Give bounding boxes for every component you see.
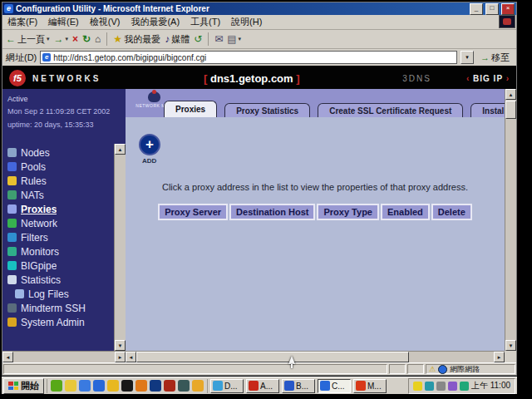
drive-icon[interactable] — [79, 380, 91, 392]
scroll-left-icon[interactable]: ◄ — [126, 352, 136, 362]
address-dropdown-button[interactable]: ▾ — [461, 51, 474, 64]
favorites-button[interactable]: ★ 我的最愛 — [113, 33, 160, 46]
sidebar-item-label: Filters — [21, 232, 48, 244]
bigip-chevron-right-icon: › — [506, 74, 510, 83]
history-button[interactable]: ↺ — [194, 34, 202, 44]
sphere-icon[interactable] — [150, 380, 161, 392]
mail-icon[interactable] — [107, 380, 119, 392]
console-icon[interactable] — [121, 380, 133, 392]
task-button-label: A... — [260, 382, 273, 391]
scroll-right-icon[interactable]: ► — [494, 352, 505, 362]
main-horizontal-scrollbar[interactable]: ◄ ► — [126, 351, 505, 362]
player-icon[interactable] — [164, 380, 175, 392]
task-button-2[interactable]: A... — [246, 379, 279, 393]
mail-icon: ✉ — [214, 34, 223, 44]
menu-file[interactable]: 檔案(F) — [7, 16, 37, 28]
network-flag-icon[interactable] — [425, 382, 434, 391]
f5-header-bar: f5 NETWORKS [ dns1.getop.com ] 3DNS ‹ BI… — [2, 66, 516, 91]
sidebar-item-log-files[interactable]: Log Files — [7, 287, 112, 301]
sidebar-item-statistics[interactable]: Statistics — [7, 273, 112, 287]
task-button-5[interactable]: M... — [353, 379, 387, 393]
content-area: Active Mon Sep 2 11:09:28 CET 2002 uptim… — [2, 89, 516, 362]
tab-create-ssl-certificate-request[interactable]: Create SSL Certificate Request — [318, 103, 463, 117]
sidebar-item-system-admin[interactable]: System Admin — [7, 315, 112, 329]
tab-install-ssl-certificate[interactable]: Install SSL Certif — [470, 103, 505, 117]
menu-favorites[interactable]: 我的最愛(A) — [131, 16, 180, 28]
sidebar-item-mindterm-ssh[interactable]: Mindterm SSH — [7, 301, 112, 315]
add-button[interactable]: + — [139, 134, 160, 155]
scroll-down-icon[interactable]: ▼ — [115, 340, 126, 351]
column-header-enabled[interactable]: Enabled — [381, 204, 430, 220]
scroll-left-icon[interactable]: ◄ — [2, 352, 13, 362]
sidebar-item-label: Monitors — [21, 246, 59, 258]
menu-view[interactable]: 檢視(V) — [90, 16, 121, 28]
link-bigip[interactable]: ‹ BIG IP › — [466, 74, 510, 83]
task-button-1[interactable]: D... — [210, 379, 244, 393]
ie-icon[interactable] — [93, 380, 105, 392]
start-button[interactable]: 開始 — [3, 378, 44, 394]
back-button[interactable]: ← 上一頁 ▾ — [6, 33, 50, 46]
home-button[interactable]: ⌂ — [95, 34, 101, 44]
address-input[interactable]: e http://dns1.getop.com/bigipgui/bigconf… — [40, 51, 457, 64]
internet-zone-icon — [438, 365, 447, 374]
hostname-text: dns1.getop.com — [210, 72, 293, 85]
sidebar-item-nats[interactable]: NATs — [7, 188, 112, 202]
sidebar-item-network[interactable]: Network — [7, 216, 112, 230]
refresh-button[interactable]: ↻ — [82, 34, 91, 44]
power-icon[interactable] — [413, 382, 422, 391]
menu-tools[interactable]: 工具(T) — [190, 16, 220, 28]
column-header-proxy-server[interactable]: Proxy Server — [158, 204, 228, 220]
start-label: 開始 — [21, 380, 39, 392]
column-header-delete[interactable]: Delete — [431, 204, 472, 220]
task-button-label: B... — [296, 382, 308, 391]
scrollbar-thumb[interactable] — [136, 352, 409, 362]
minimize-button[interactable]: _ — [470, 3, 483, 15]
main-vertical-scrollbar[interactable]: ▲ ▼ — [505, 89, 516, 351]
moon-icon[interactable] — [192, 380, 204, 392]
sidebar-item-pools[interactable]: Pools — [7, 160, 112, 174]
sidebar-horizontal-scrollbar[interactable]: ◄ ► — [2, 351, 126, 362]
taskbar-clock: 上午 11:00 — [471, 380, 510, 392]
scroll-up-icon[interactable]: ▲ — [115, 144, 126, 155]
go-button[interactable]: → 移至 — [477, 52, 513, 64]
scroll-right-icon[interactable]: ► — [115, 352, 126, 362]
sidebar-item-bigpipe[interactable]: BIGpipe — [7, 259, 112, 273]
tab-banner: NETWORK MAP Proxies Proxy Statistics Cre… — [126, 89, 505, 117]
print-button[interactable]: ▤ ▾ — [227, 34, 241, 44]
sidebar-item-proxies[interactable]: Proxies — [7, 202, 112, 216]
forward-button[interactable]: → ▾ — [54, 34, 69, 44]
scrollbar-thumb[interactable] — [505, 101, 516, 119]
sidebar-item-filters[interactable]: Filters — [7, 230, 112, 244]
maximize-button[interactable]: □ — [485, 3, 499, 15]
messenger-icon[interactable] — [51, 380, 62, 392]
sidebar-item-monitors[interactable]: Monitors — [7, 244, 112, 259]
bigpipe-icon — [7, 261, 17, 270]
sidebar-vertical-scrollbar[interactable]: ▲ ▼ — [114, 144, 126, 351]
media-button[interactable]: ♪ 媒體 — [165, 33, 190, 46]
pencil-icon[interactable] — [135, 380, 147, 392]
stop-button[interactable]: × — [72, 34, 78, 44]
mail-button[interactable]: ✉ — [214, 34, 223, 44]
column-header-destination-host[interactable]: Destination Host — [229, 204, 315, 220]
antivirus-icon[interactable] — [460, 382, 469, 391]
link-3dns[interactable]: 3DNS — [402, 74, 431, 83]
editor-icon[interactable] — [65, 380, 76, 392]
tools-icon[interactable] — [178, 380, 190, 392]
display-icon[interactable] — [436, 382, 446, 391]
sidebar-item-nodes[interactable]: Nodes — [7, 145, 112, 160]
task-button-3[interactable]: B... — [282, 379, 315, 393]
close-button[interactable]: × — [501, 3, 515, 15]
scroll-up-icon[interactable]: ▲ — [505, 89, 516, 100]
volume-icon[interactable] — [448, 382, 457, 391]
brand-name: NETWORKS — [32, 74, 101, 83]
tab-proxy-statistics[interactable]: Proxy Statistics — [224, 103, 310, 117]
task-button-4[interactable]: C... — [318, 379, 351, 393]
tab-proxies[interactable]: Proxies — [164, 101, 217, 117]
scroll-down-icon[interactable]: ▼ — [505, 340, 516, 351]
menu-help[interactable]: 說明(H) — [231, 16, 262, 28]
quick-launch-bar — [47, 379, 208, 393]
column-header-proxy-type[interactable]: Proxy Type — [317, 204, 379, 220]
sidebar-item-rules[interactable]: Rules — [7, 174, 112, 188]
menu-edit[interactable]: 編輯(E) — [48, 16, 79, 28]
scrollbar-track[interactable] — [409, 352, 494, 362]
